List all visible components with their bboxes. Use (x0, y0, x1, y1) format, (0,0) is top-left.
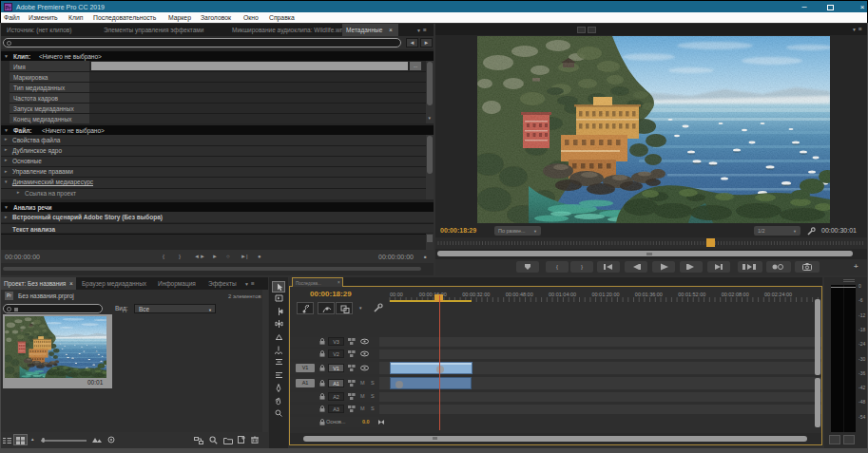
svg-text:00:01:04:00: 00:01:04:00 (549, 292, 576, 297)
svg-text:00:00:32:00: 00:00:32:00 (462, 292, 490, 297)
svg-text:00:01:52:00: 00:01:52:00 (678, 292, 705, 297)
svg-text:00:00:48:00: 00:00:48:00 (506, 292, 533, 297)
svg-text:00:00: 00:00 (390, 292, 403, 297)
svg-text:00:01:36:00: 00:01:36:00 (635, 292, 663, 297)
svg-text:00:02:24:00: 00:02:24:00 (764, 292, 792, 297)
svg-text:00:01:20:00: 00:01:20:00 (591, 292, 619, 297)
svg-text:00:02:08:00: 00:02:08:00 (722, 292, 749, 297)
